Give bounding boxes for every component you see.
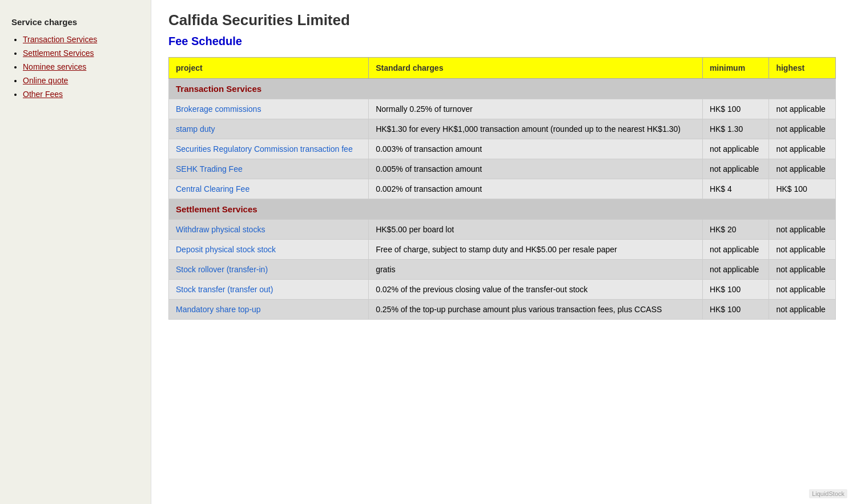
- sidebar-heading: Service charges: [11, 17, 139, 27]
- standard-charges-cell: 0.005% of transaction amount: [369, 159, 703, 179]
- standard-charges-cell: HK$1.30 for every HK$1,000 transaction a…: [369, 119, 703, 139]
- main-content: Calfida Securities Limited Fee Schedule …: [151, 0, 853, 504]
- minimum-cell: HK$ 1.30: [702, 119, 769, 139]
- standard-charges-cell: HK$5.00 per board lot: [369, 220, 703, 240]
- project-cell: Deposit physical stock stock: [169, 240, 369, 260]
- page-title: Fee Schedule: [168, 35, 836, 48]
- project-cell: Central Clearing Fee: [169, 179, 369, 199]
- project-cell: Stock transfer (transfer out): [169, 280, 369, 300]
- table-header: minimum: [702, 58, 769, 79]
- standard-charges-cell: 0.003% of transaction amount: [369, 139, 703, 159]
- table-row: Securities Regulatory Commission transac…: [169, 139, 836, 159]
- minimum-cell: not applicable: [702, 260, 769, 280]
- sidebar-link[interactable]: Other Fees: [23, 90, 63, 99]
- sidebar-item: Other Fees: [23, 90, 139, 99]
- highest-cell: not applicable: [769, 260, 836, 280]
- highest-cell: not applicable: [769, 240, 836, 260]
- standard-charges-cell: 0.02% of the previous closing value of t…: [369, 280, 703, 300]
- highest-cell: not applicable: [769, 99, 836, 119]
- section-header-cell: Transaction Services: [169, 79, 836, 99]
- project-cell: SEHK Trading Fee: [169, 159, 369, 179]
- standard-charges-cell: Normally 0.25% of turnover: [369, 99, 703, 119]
- project-cell: Withdraw physical stocks: [169, 220, 369, 240]
- project-cell: Stock rollover (transfer-in): [169, 260, 369, 280]
- table-row: Deposit physical stock stockFree of char…: [169, 240, 836, 260]
- table-row: Stock transfer (transfer out)0.02% of th…: [169, 280, 836, 300]
- project-cell: stamp duty: [169, 119, 369, 139]
- minimum-cell: not applicable: [702, 240, 769, 260]
- minimum-cell: HK$ 100: [702, 280, 769, 300]
- standard-charges-cell: Free of charge, subject to stamp duty an…: [369, 240, 703, 260]
- standard-charges-cell: gratis: [369, 260, 703, 280]
- sidebar-item: Nominee services: [23, 62, 139, 71]
- project-cell: Securities Regulatory Commission transac…: [169, 139, 369, 159]
- highest-cell: not applicable: [769, 280, 836, 300]
- sidebar-link[interactable]: Nominee services: [23, 62, 86, 71]
- watermark: LiquidStock: [809, 489, 847, 498]
- table-row: Brokerage commissionsNormally 0.25% of t…: [169, 99, 836, 119]
- sidebar-item: Transaction Services: [23, 35, 139, 44]
- project-cell: Mandatory share top-up: [169, 300, 369, 320]
- minimum-cell: HK$ 100: [702, 99, 769, 119]
- standard-charges-cell: 0.002% of transaction amount: [369, 179, 703, 199]
- standard-charges-cell: 0.25% of the top-up purchase amount plus…: [369, 300, 703, 320]
- table-row: Mandatory share top-up0.25% of the top-u…: [169, 300, 836, 320]
- highest-cell: not applicable: [769, 139, 836, 159]
- minimum-cell: not applicable: [702, 159, 769, 179]
- sidebar-item: Settlement Services: [23, 49, 139, 58]
- highest-cell: not applicable: [769, 159, 836, 179]
- sidebar-item: Online quote: [23, 76, 139, 85]
- highest-cell: not applicable: [769, 300, 836, 320]
- sidebar-nav: Transaction ServicesSettlement ServicesN…: [11, 35, 139, 99]
- table-row: Central Clearing Fee0.002% of transactio…: [169, 179, 836, 199]
- highest-cell: not applicable: [769, 119, 836, 139]
- minimum-cell: HK$ 100: [702, 300, 769, 320]
- minimum-cell: not applicable: [702, 139, 769, 159]
- sidebar-link[interactable]: Settlement Services: [23, 49, 94, 58]
- sidebar-link[interactable]: Online quote: [23, 76, 68, 85]
- table-row: Transaction Services: [169, 79, 836, 99]
- table-row: Settlement Services: [169, 199, 836, 220]
- fee-table: projectStandard chargesminimumhighest Tr…: [168, 57, 836, 320]
- table-row: stamp dutyHK$1.30 for every HK$1,000 tra…: [169, 119, 836, 139]
- minimum-cell: HK$ 4: [702, 179, 769, 199]
- table-header: Standard charges: [369, 58, 703, 79]
- table-header: highest: [769, 58, 836, 79]
- company-name: Calfida Securities Limited: [168, 11, 836, 29]
- highest-cell: not applicable: [769, 220, 836, 240]
- table-header: project: [169, 58, 369, 79]
- table-row: SEHK Trading Fee0.005% of transaction am…: [169, 159, 836, 179]
- table-row: Stock rollover (transfer-in)gratisnot ap…: [169, 260, 836, 280]
- table-row: Withdraw physical stocksHK$5.00 per boar…: [169, 220, 836, 240]
- project-cell: Brokerage commissions: [169, 99, 369, 119]
- highest-cell: HK$ 100: [769, 179, 836, 199]
- sidebar: Service charges Transaction ServicesSett…: [0, 0, 151, 504]
- sidebar-link[interactable]: Transaction Services: [23, 35, 97, 44]
- minimum-cell: HK$ 20: [702, 220, 769, 240]
- section-header-cell: Settlement Services: [169, 199, 836, 220]
